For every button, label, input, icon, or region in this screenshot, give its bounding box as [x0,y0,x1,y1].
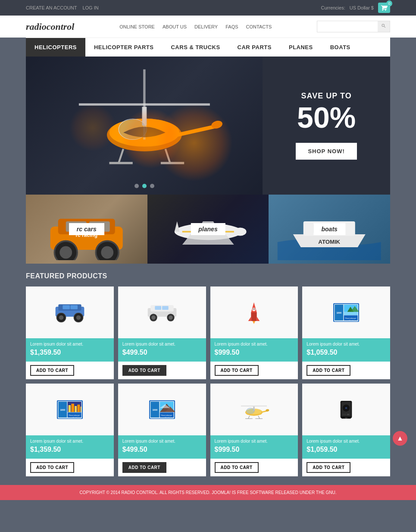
svg-point-17 [101,246,113,259]
product-img-8: DJI [302,384,390,435]
search-icon [381,23,386,28]
cart-wrap[interactable]: 0 [378,3,390,13]
svg-rect-38 [70,305,78,309]
svg-point-24 [234,227,247,236]
cart-badge: 0 [386,0,392,6]
rc-cars-label: rc cars [69,223,104,235]
nav-car-parts[interactable]: CAR PARTS [229,38,280,57]
svg-point-106 [345,407,347,409]
sub-images: rc racing rc cars ★ planes [26,195,390,264]
product-img-1 [26,286,114,338]
add-to-cart-8[interactable]: ADD TO CART [307,462,350,473]
svg-point-52 [253,308,254,309]
add-to-cart-6[interactable]: ADD TO CART [122,462,166,473]
add-to-cart-1[interactable]: ADD TO CART [30,365,74,376]
login-link[interactable]: LOG IN [82,5,98,10]
hero-save-text: SAVE UP TO [301,91,352,101]
product-price-1: $1,359.50 [30,349,109,356]
hero-text: SAVE UP TO 50% SHOP NOW! [263,57,390,195]
product-card-6: 1000 Ravensburger ★Puzzle Lorem ipsum do… [118,384,206,476]
svg-text:★Puzzle: ★Puzzle [348,320,353,321]
product-img-5: 1000 Ravensburger ★Puzzle [26,384,114,435]
svg-marker-50 [257,317,260,321]
svg-text:Ravensburger: Ravensburger [345,317,357,319]
nav-menu: HELICOPTERS HELICOPTER PARTS CARS & TRUC… [26,38,390,57]
nav-contacts[interactable]: CONTACTS [246,24,272,29]
glow-3 [69,104,116,151]
svg-text:Ravensburger: Ravensburger [69,414,80,416]
svg-rect-75 [81,406,81,412]
product-info-3: Lorem ipsum dolor sit amet. $999.50 [210,338,298,362]
product-price-2: $499.50 [122,349,202,356]
svg-rect-37 [63,305,70,309]
create-account-link[interactable]: CREATE AN ACCOUNT [26,5,77,10]
add-to-cart-3[interactable]: ADD TO CART [215,365,259,376]
add-to-cart-7[interactable]: ADD TO CART [215,462,259,473]
svg-marker-54 [253,321,256,324]
product-footer-1: ADD TO CART [26,362,114,379]
hero-dot-1[interactable] [134,184,139,188]
nav-faqs[interactable]: FAQS [225,24,238,29]
product-desc-3: Lorem ipsum dolor sit amet. [215,342,294,346]
nav-helicopters[interactable]: HELICOPTERS [26,38,85,57]
nav-online-store[interactable]: ONLINE STORE [119,24,155,29]
header-nav: ONLINE STORE ABOUT US DELIVERY FAQS CONT… [119,24,272,29]
shop-now-button[interactable]: SHOP NOW! [296,143,357,160]
product-img-4: 1000 Ravensburger ★Puzzle [302,286,390,338]
svg-text:1000: 1000 [337,312,342,314]
search-input[interactable] [317,21,378,32]
svg-rect-74 [77,405,80,412]
svg-rect-107 [342,414,346,415]
product-info-2: Lorem ipsum dolor sit amet. $499.50 [118,338,206,362]
hero-dot-3[interactable] [150,184,154,188]
add-to-cart-5[interactable]: ADD TO CART [30,462,74,473]
products-grid-row2: 1000 Ravensburger ★Puzzle Lorem ipsum do… [26,384,390,476]
svg-text:ATOMIK: ATOMIK [319,239,341,245]
svg-point-51 [252,308,256,311]
footer: COPYRIGHT © 2014 RADIO CONTROL. ALL RIGH… [0,485,416,500]
svg-rect-60 [344,312,358,315]
svg-rect-108 [347,414,349,415]
hero-section: SAVE UP TO 50% SHOP NOW! [26,57,390,195]
product-img-3 [210,286,298,338]
svg-line-7 [119,149,123,163]
product-price-8: $1,059.50 [307,446,386,453]
nav-delivery[interactable]: DELIVERY [194,24,218,29]
product-footer-5: ADD TO CART [26,459,114,476]
sub-planes[interactable]: ★ planes [147,195,269,264]
svg-marker-25 [175,221,180,232]
nav-cars-trucks[interactable]: CARS & TRUCKS [162,38,228,57]
footer-text: COPYRIGHT © 2014 RADIO CONTROL. ALL RIGH… [79,490,336,495]
svg-rect-45 [155,306,161,310]
product-desc-6: Lorem ipsum dolor sit amet. [122,439,202,444]
currency-value[interactable]: US Dollar $ [350,5,374,10]
svg-point-15 [59,246,72,259]
add-to-cart-2[interactable]: ADD TO CART [122,365,166,376]
svg-text:1000: 1000 [60,409,65,411]
products-grid-row1: Lorem ipsum dolor sit amet. $1,359.50 AD… [26,286,390,379]
nav-planes[interactable]: PLANES [280,38,322,57]
logo[interactable]: radiocontrol [26,21,74,32]
nav-helicopter-parts[interactable]: HELICOPTER PARTS [85,38,163,57]
product-helicopter-icon [237,392,271,427]
product-price-3: $999.50 [215,349,294,356]
product-mountain-puzzle-icon: 1000 Ravensburger ★Puzzle [145,392,179,427]
product-card-1: Lorem ipsum dolor sit amet. $1,359.50 AD… [26,286,114,379]
add-to-cart-4[interactable]: ADD TO CART [307,365,350,376]
product-info-7: Lorem ipsum dolor sit amet. $999.50 [210,435,298,459]
product-city-puzzle-icon: 1000 Ravensburger ★Puzzle [53,392,87,427]
nav-about-us[interactable]: ABOUT US [163,24,187,29]
svg-rect-48 [251,312,257,321]
svg-point-44 [169,315,172,319]
search-button[interactable] [378,21,390,32]
hero-percent-text: 50% [297,103,356,132]
svg-text:DJI: DJI [345,417,347,419]
sub-rc-cars[interactable]: rc racing rc cars [26,195,147,264]
product-price-6: $499.50 [122,446,202,453]
sub-boats[interactable]: ATOMIK boats [269,195,390,264]
nav-boats[interactable]: BOATS [322,38,359,57]
svg-point-34 [59,315,64,320]
hero-dot-2[interactable] [142,184,147,188]
scroll-to-top-button[interactable]: ▲ [393,431,407,446]
product-puzzle-icon: 1000 Ravensburger ★Puzzle [329,295,363,330]
